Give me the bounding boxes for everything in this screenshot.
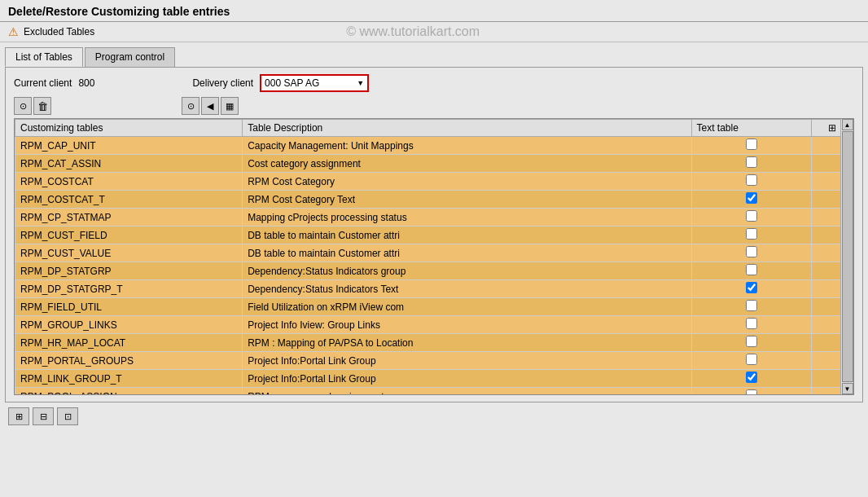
watermark: © www.tutorialkart.com bbox=[346, 24, 480, 39]
select-btn-1[interactable]: ⊙ bbox=[14, 97, 32, 115]
cell-description: RPM : Mapping of PA/PSA to Location bbox=[243, 334, 691, 352]
cell-table-name: RPM_DP_STATGRP bbox=[15, 262, 243, 280]
table-row[interactable]: RPM_DP_STATGRPDependency:Status Indicato… bbox=[15, 262, 853, 280]
cell-text-check[interactable] bbox=[691, 352, 811, 370]
cell-text-check[interactable] bbox=[691, 262, 811, 280]
cell-description: Dependency:Status Indicators Text bbox=[243, 280, 691, 298]
cell-text-check[interactable] bbox=[691, 244, 811, 262]
cell-text-check[interactable] bbox=[691, 155, 811, 173]
toolbar-group-2: ⊙ ◀ ▦ bbox=[182, 97, 239, 115]
delete-btn[interactable]: 🗑 bbox=[33, 97, 51, 115]
cell-table-name: RPM_PORTAL_GROUPS bbox=[15, 352, 243, 370]
back-btn[interactable]: ◀ bbox=[201, 97, 219, 115]
table-row[interactable]: RPM_DP_STATGRP_TDependency:Status Indica… bbox=[15, 280, 853, 298]
text-checkbox[interactable] bbox=[746, 282, 757, 293]
toolbar-group-1: ⊙ 🗑 bbox=[14, 97, 51, 115]
grid-btn[interactable]: ▦ bbox=[221, 97, 239, 115]
delivery-client-select-wrapper[interactable]: 000 SAP AG 100 200 bbox=[260, 74, 369, 92]
cell-table-name: RPM_CUST_FIELD bbox=[15, 227, 243, 244]
table-row[interactable]: RPM_GROUP_LINKSProject Info Iview: Group… bbox=[15, 316, 853, 334]
cell-text-check[interactable] bbox=[691, 370, 811, 388]
text-checkbox[interactable] bbox=[746, 210, 757, 222]
table-row[interactable]: RPM_POOL_ASSIGNRPM resource pool assignm… bbox=[15, 388, 853, 396]
cell-table-name: RPM_CUST_VALUE bbox=[15, 244, 243, 262]
table-row[interactable]: RPM_HR_MAP_LOCATRPM : Mapping of PA/PSA … bbox=[15, 334, 853, 352]
cell-table-name: RPM_LINK_GROUP_T bbox=[15, 370, 243, 388]
form-row: Current client 800 Delivery client 000 S… bbox=[14, 74, 854, 92]
delivery-client-label: Delivery client bbox=[192, 77, 253, 89]
cell-text-check[interactable] bbox=[691, 173, 811, 191]
table-row[interactable]: RPM_CAT_ASSINCost category assignment bbox=[15, 155, 853, 173]
cell-table-name: RPM_HR_MAP_LOCAT bbox=[15, 334, 243, 352]
cell-description: Capacity Management: Unit Mappings bbox=[243, 137, 691, 155]
bottom-btn-3[interactable]: ⊡ bbox=[57, 407, 78, 425]
text-checkbox[interactable] bbox=[746, 300, 757, 311]
cell-table-name: RPM_COSTCAT bbox=[15, 173, 243, 191]
cell-description: Project Info:Portal Link Group bbox=[243, 370, 691, 388]
text-checkbox[interactable] bbox=[746, 228, 757, 240]
table-row[interactable]: RPM_FIELD_UTILField Utilization on xRPM … bbox=[15, 298, 853, 316]
cell-text-check[interactable] bbox=[691, 209, 811, 227]
cell-table-name: RPM_COSTCAT_T bbox=[15, 191, 243, 209]
col-header-name: Customizing tables bbox=[15, 120, 243, 137]
current-client-value: 800 bbox=[78, 77, 111, 89]
cell-text-check[interactable] bbox=[691, 280, 811, 298]
cell-description: RPM Cost Category bbox=[243, 173, 691, 191]
cell-text-check[interactable] bbox=[691, 316, 811, 334]
text-checkbox[interactable] bbox=[746, 139, 757, 150]
text-checkbox[interactable] bbox=[746, 389, 757, 395]
text-checkbox[interactable] bbox=[746, 192, 757, 204]
cell-table-name: RPM_CP_STATMAP bbox=[15, 209, 243, 227]
bottom-toolbar: ⊞ ⊟ ⊡ bbox=[0, 402, 868, 430]
cell-text-check[interactable] bbox=[691, 227, 811, 244]
current-client-label: Current client bbox=[14, 77, 72, 89]
cell-description: DB table to maintain Customer attri bbox=[243, 244, 691, 262]
cell-description: Cost category assignment bbox=[243, 155, 691, 173]
table-row[interactable]: RPM_CAP_UNITCapacity Management: Unit Ma… bbox=[15, 137, 853, 155]
cell-text-check[interactable] bbox=[691, 334, 811, 352]
scrollbar[interactable]: ▲ ▼ bbox=[840, 119, 853, 394]
cell-text-check[interactable] bbox=[691, 388, 811, 396]
text-checkbox[interactable] bbox=[746, 264, 757, 275]
tabs-bar: List of Tables Program control bbox=[0, 42, 868, 67]
cell-text-check[interactable] bbox=[691, 191, 811, 209]
text-checkbox[interactable] bbox=[746, 354, 757, 365]
delivery-client-select[interactable]: 000 SAP AG 100 200 bbox=[261, 76, 367, 90]
current-client-group: Current client 800 bbox=[14, 77, 111, 89]
table-row[interactable]: RPM_CP_STATMAPMapping cProjects processi… bbox=[15, 209, 853, 227]
cell-description: Dependency:Status Indicators group bbox=[243, 262, 691, 280]
cell-table-name: RPM_POOL_ASSIGN bbox=[15, 388, 243, 396]
table-row[interactable]: RPM_CUST_FIELDDB table to maintain Custo… bbox=[15, 227, 853, 244]
subtitle-text: Excluded Tables bbox=[24, 26, 94, 37]
table-row[interactable]: RPM_COSTCAT_TRPM Cost Category Text bbox=[15, 191, 853, 209]
scroll-up[interactable]: ▲ bbox=[842, 119, 853, 130]
scroll-down[interactable]: ▼ bbox=[842, 383, 853, 394]
data-table: Customizing tables Table Description Tex… bbox=[15, 119, 853, 395]
cell-text-check[interactable] bbox=[691, 137, 811, 155]
table-row[interactable]: RPM_PORTAL_GROUPSProject Info:Portal Lin… bbox=[15, 352, 853, 370]
text-checkbox[interactable] bbox=[746, 174, 757, 186]
tab-list-tables[interactable]: List of Tables bbox=[5, 47, 83, 67]
text-checkbox[interactable] bbox=[746, 156, 757, 168]
page-title: Delete/Restore Customizing table entries bbox=[8, 5, 860, 18]
scroll-thumb[interactable] bbox=[842, 131, 853, 382]
tab-content: Current client 800 Delivery client 000 S… bbox=[5, 67, 863, 402]
cell-text-check[interactable] bbox=[691, 298, 811, 316]
text-checkbox[interactable] bbox=[746, 336, 757, 347]
cell-description: Field Utilization on xRPM iView com bbox=[243, 298, 691, 316]
cell-table-name: RPM_GROUP_LINKS bbox=[15, 316, 243, 334]
select-btn-2[interactable]: ⊙ bbox=[182, 97, 199, 115]
data-table-container: Customizing tables Table Description Tex… bbox=[14, 118, 854, 395]
cell-table-name: RPM_CAT_ASSIN bbox=[15, 155, 243, 173]
text-checkbox[interactable] bbox=[746, 246, 757, 257]
table-row[interactable]: RPM_COSTCATRPM Cost Category bbox=[15, 173, 853, 191]
text-checkbox[interactable] bbox=[746, 372, 757, 383]
text-checkbox[interactable] bbox=[746, 318, 757, 329]
cell-description: RPM Cost Category Text bbox=[243, 191, 691, 209]
bottom-btn-2[interactable]: ⊟ bbox=[33, 407, 54, 425]
bottom-btn-1[interactable]: ⊞ bbox=[8, 407, 29, 425]
table-row[interactable]: RPM_LINK_GROUP_TProject Info:Portal Link… bbox=[15, 370, 853, 388]
table-row[interactable]: RPM_CUST_VALUEDB table to maintain Custo… bbox=[15, 244, 853, 262]
tab-program-control[interactable]: Program control bbox=[85, 47, 175, 67]
cell-description: Mapping cProjects processing status bbox=[243, 209, 691, 227]
